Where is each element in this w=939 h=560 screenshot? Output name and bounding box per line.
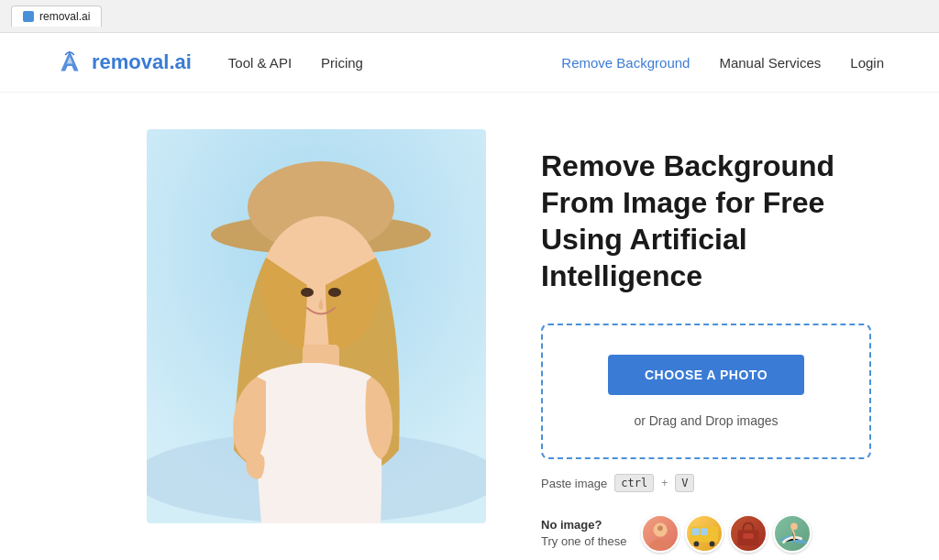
svg-point-14 — [710, 542, 715, 547]
hero-title: Remove Background From Image for Free Us… — [541, 148, 884, 294]
choose-photo-button[interactable]: CHOOSE A PHOTO — [608, 355, 804, 395]
svg-point-7 — [328, 288, 341, 297]
svg-point-6 — [301, 288, 314, 297]
logo[interactable]: removal.ai — [55, 48, 192, 77]
tab-favicon — [23, 11, 34, 22]
tab-title: removal.ai — [39, 10, 90, 23]
v-key-badge: V — [675, 474, 694, 492]
sample-image-4[interactable] — [773, 514, 812, 553]
nav-tool-api[interactable]: Tool & API — [228, 55, 292, 71]
paste-row: Paste image ctrl + V — [541, 474, 884, 492]
ctrl-key-badge: ctrl — [614, 474, 654, 492]
plus-separator: + — [661, 477, 668, 489]
drag-drop-text: or Drag and Drop images — [561, 413, 851, 428]
sample-section: No image? Try one of these — [541, 514, 884, 553]
header-left: removal.ai Tool & API Pricing — [55, 48, 363, 77]
svg-point-17 — [791, 523, 799, 531]
nav-right: Remove Background Manual Services Login — [561, 55, 884, 71]
nav-manual-services[interactable]: Manual Services — [719, 55, 821, 71]
browser-tab[interactable]: removal.ai — [11, 5, 102, 27]
sample-label: No image? Try one of these — [541, 517, 626, 550]
header: removal.ai Tool & API Pricing Remove Bac… — [0, 33, 939, 93]
browser-chrome: removal.ai — [0, 0, 939, 33]
paste-label: Paste image — [541, 477, 607, 490]
right-panel: Remove Background From Image for Free Us… — [541, 129, 884, 560]
hero-image-container — [147, 129, 486, 523]
sample-images — [641, 514, 812, 553]
nav-remove-background[interactable]: Remove Background — [561, 55, 690, 71]
svg-point-13 — [694, 542, 700, 547]
nav-left: Tool & API Pricing — [228, 55, 363, 71]
nav-login[interactable]: Login — [850, 55, 884, 71]
sample-image-1[interactable] — [641, 514, 679, 553]
try-these-label: Try one of these — [541, 534, 626, 548]
svg-rect-12 — [701, 528, 709, 535]
svg-point-9 — [658, 525, 664, 531]
nav-pricing[interactable]: Pricing — [321, 55, 363, 71]
logo-icon — [55, 48, 84, 77]
no-image-label: No image? — [541, 517, 626, 533]
hero-person-svg — [147, 129, 486, 523]
svg-rect-11 — [692, 528, 700, 535]
svg-rect-16 — [744, 533, 754, 539]
logo-text: removal.ai — [92, 50, 192, 74]
sample-image-3[interactable] — [729, 514, 768, 553]
sample-image-2[interactable] — [685, 514, 724, 553]
upload-dropzone[interactable]: CHOOSE A PHOTO or Drag and Drop images — [541, 324, 871, 459]
main-content: Remove Background From Image for Free Us… — [0, 93, 939, 560]
